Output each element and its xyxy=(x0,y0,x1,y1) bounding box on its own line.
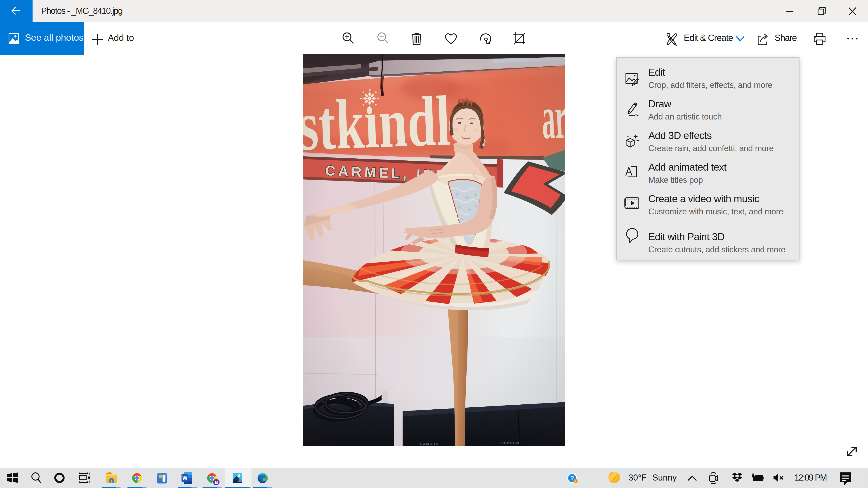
svg-text:W: W xyxy=(182,475,188,481)
svg-text:?: ? xyxy=(570,475,574,482)
svg-text:B: B xyxy=(215,480,218,485)
svg-text:i: i xyxy=(575,479,576,483)
